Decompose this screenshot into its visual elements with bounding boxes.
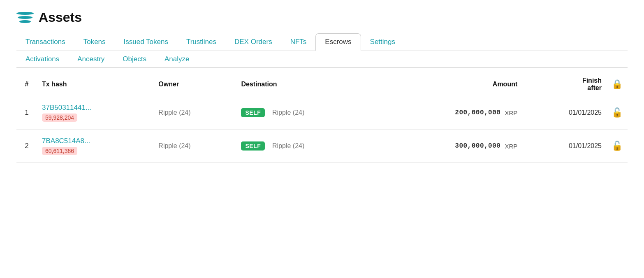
row2-owner-text: Ripple (24) xyxy=(158,142,190,149)
row2-currency: XRP xyxy=(505,143,517,150)
row2-destination-text: Ripple (24) xyxy=(272,142,304,149)
page-title: Assets xyxy=(39,10,82,25)
tab-trustlines[interactable]: Trustlines xyxy=(177,34,225,50)
escrows-table-container: # Tx hash Owner Destination Amount Finis… xyxy=(16,71,628,163)
table-row: 2 7BA8C514A8... 60,611,386 Ripple (24) S… xyxy=(16,130,628,163)
row1-owner-text: Ripple (24) xyxy=(158,109,190,116)
row2-amount: 300,000,000 xyxy=(455,142,500,150)
col-header-tx-hash: Tx hash xyxy=(37,71,153,96)
row1-owner: Ripple (24) xyxy=(153,96,236,130)
tab-nfts[interactable]: NFTs xyxy=(281,34,316,50)
row1-self-badge: SELF xyxy=(241,108,265,117)
tab-transactions[interactable]: Transactions xyxy=(16,34,74,50)
row2-owner: Ripple (24) xyxy=(153,130,236,163)
row1-lock-icon[interactable]: 🔓 xyxy=(612,107,623,118)
col-header-finish-after: Finishafter xyxy=(522,71,607,96)
row2-destination-cell: SELF Ripple (24) xyxy=(236,130,380,163)
col-header-destination: Destination xyxy=(236,71,380,96)
tab-ancestry[interactable]: Ancestry xyxy=(68,51,114,67)
row2-ledger-badge: 60,611,386 xyxy=(42,147,77,155)
row1-destination-text: Ripple (24) xyxy=(272,109,304,116)
col-header-lock: 🔒 xyxy=(607,71,628,96)
tab-objects[interactable]: Objects xyxy=(114,51,155,67)
tab-settings[interactable]: Settings xyxy=(361,34,404,50)
tab-tokens[interactable]: Tokens xyxy=(74,34,115,50)
row1-currency: XRP xyxy=(505,109,517,116)
row1-amount-cell: 200,000,000 XRP xyxy=(380,96,522,130)
row2-self-badge: SELF xyxy=(241,141,265,151)
header: Assets xyxy=(16,10,628,25)
tab-dex-orders[interactable]: DEX Orders xyxy=(225,34,281,50)
logo-disk-2 xyxy=(18,16,32,19)
row2-lock-cell[interactable]: 🔓 xyxy=(607,130,628,163)
row2-lock-icon[interactable]: 🔓 xyxy=(612,141,623,151)
row1-tx-hash[interactable]: 37B50311441... xyxy=(42,104,148,112)
tab-activations[interactable]: Activations xyxy=(16,51,68,67)
logo-disk-1 xyxy=(16,12,34,15)
nav-row1: Transactions Tokens Issued Tokens Trustl… xyxy=(16,33,628,51)
col-header-num: # xyxy=(16,71,37,96)
row2-num: 2 xyxy=(16,130,37,163)
row2-amount-cell: 300,000,000 XRP xyxy=(380,130,522,163)
row1-amount: 200,000,000 xyxy=(455,109,500,116)
row1-num: 1 xyxy=(16,96,37,130)
row2-tx-hash[interactable]: 7BA8C514A8... xyxy=(42,137,148,145)
page-wrapper: Assets Transactions Tokens Issued Tokens… xyxy=(0,0,644,173)
row1-ledger-badge: 59,928,204 xyxy=(42,114,77,122)
nav-row2: Activations Ancestry Objects Analyze xyxy=(16,51,628,67)
tab-analyze[interactable]: Analyze xyxy=(155,51,198,67)
col-header-owner: Owner xyxy=(153,71,236,96)
lock-header-icon: 🔒 xyxy=(612,79,623,89)
logo-icon xyxy=(16,10,34,25)
row2-tx-cell: 7BA8C514A8... 60,611,386 xyxy=(37,130,153,163)
row1-lock-cell[interactable]: 🔓 xyxy=(607,96,628,130)
col-header-amount: Amount xyxy=(380,71,522,96)
row2-finish-after: 01/01/2025 xyxy=(522,130,607,163)
table-row: 1 37B50311441... 59,928,204 Ripple (24) … xyxy=(16,96,628,130)
escrows-table: # Tx hash Owner Destination Amount Finis… xyxy=(16,71,628,163)
tab-escrows[interactable]: Escrows xyxy=(315,33,361,51)
logo-disk-3 xyxy=(19,20,31,23)
row1-finish-after: 01/01/2025 xyxy=(522,96,607,130)
tab-issued-tokens[interactable]: Issued Tokens xyxy=(115,34,177,50)
table-header-row: # Tx hash Owner Destination Amount Finis… xyxy=(16,71,628,96)
row1-destination-cell: SELF Ripple (24) xyxy=(236,96,380,130)
row1-tx-cell: 37B50311441... 59,928,204 xyxy=(37,96,153,130)
nav-divider-2 xyxy=(16,67,628,68)
